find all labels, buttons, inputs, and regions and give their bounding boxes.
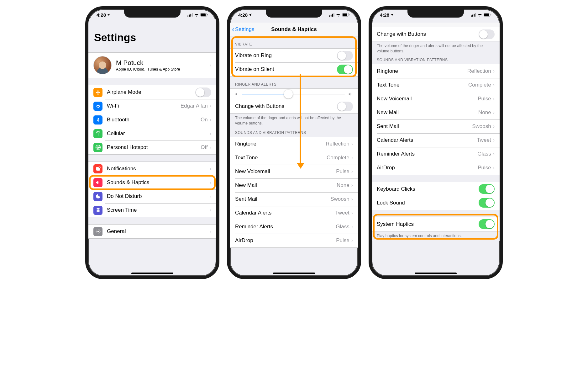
toggle[interactable] [337, 65, 353, 74]
sound-row-reminder-alerts[interactable]: Reminder AlertsGlass› [372, 147, 500, 161]
bluetooth-icon [93, 115, 102, 125]
sound-row-ringtone[interactable]: RingtoneReflection› [230, 137, 358, 151]
row-label: Text Tone [235, 155, 327, 161]
system-haptics-toggle[interactable] [479, 219, 495, 229]
home-indicator[interactable] [131, 273, 173, 274]
row-detail: Swoosh [330, 196, 349, 202]
settings-row-screen-time[interactable]: Screen Time› [88, 203, 216, 217]
section-header-ringer: RINGER AND ALERTS [230, 77, 358, 88]
row-detail: Reflection [467, 68, 491, 74]
svg-rect-1 [189, 14, 190, 16]
row-label: New Voicemail [235, 168, 336, 175]
settings-row-notifications[interactable]: Notifications› [88, 162, 216, 176]
toggle[interactable] [479, 198, 495, 208]
svg-rect-20 [471, 15, 472, 17]
svg-point-7 [97, 147, 98, 148]
row-detail: Swoosh [472, 123, 491, 130]
chevron-right-icon: › [351, 224, 353, 230]
settings-row-wi-fi[interactable]: Wi-FiEdgar Allan› [88, 99, 216, 113]
sound-row-airdrop[interactable]: AirDropPulse› [230, 234, 358, 247]
ringer-volume-slider-row [230, 89, 358, 99]
settings-row-airplane-mode[interactable]: Airplane Mode [88, 85, 216, 99]
svg-rect-14 [331, 14, 332, 16]
toggle[interactable] [479, 184, 495, 194]
row-label: General [107, 228, 210, 235]
settings-row-sounds-haptics[interactable]: Sounds & Haptics› [88, 176, 216, 189]
row-label: Cellular [107, 130, 210, 137]
system-haptics-row[interactable]: System Haptics [372, 217, 500, 231]
svg-rect-19 [349, 14, 349, 15]
chevron-right-icon: › [210, 194, 211, 199]
home-indicator[interactable] [273, 273, 315, 274]
sound-row-calendar-alerts[interactable]: Calendar AlertsTweet› [372, 133, 500, 147]
sound-row-text-tone[interactable]: Text ToneComplete› [230, 151, 358, 165]
sound-row-sent-mail[interactable]: Sent MailSwoosh› [372, 119, 500, 133]
sound-row-reminder-alerts[interactable]: Reminder AlertsGlass› [230, 220, 358, 234]
sound-row-new-voicemail[interactable]: New VoicemailPulse› [372, 92, 500, 106]
settings-row-general[interactable]: General› [88, 225, 216, 238]
ringer-footer: The volume of the ringer and alerts will… [372, 41, 500, 56]
cellular-signal-icon [329, 13, 334, 17]
sound-row-ringtone[interactable]: RingtoneReflection› [372, 64, 500, 78]
row-label: Screen Time [107, 207, 210, 213]
chevron-right-icon: › [493, 151, 495, 157]
sounds-icon [93, 178, 102, 187]
row-detail: Off [201, 144, 207, 151]
row-detail: Pulse [336, 237, 349, 244]
system-haptics-footer: Play haptics for system controls and int… [372, 231, 500, 241]
svg-rect-25 [484, 13, 489, 16]
sound-row-sent-mail[interactable]: Sent MailSwoosh› [230, 192, 358, 206]
home-indicator[interactable] [415, 273, 457, 274]
misc-row[interactable]: Keyboard Clicks [372, 182, 500, 196]
svg-rect-3 [192, 13, 193, 17]
chevron-right-icon: › [210, 145, 211, 150]
ringer-volume-slider[interactable] [242, 94, 345, 94]
sound-row-new-mail[interactable]: New MailNone› [372, 106, 500, 119]
back-button[interactable]: ‹ Settings [230, 25, 254, 34]
settings-row-bluetooth[interactable]: BluetoothOn› [88, 113, 216, 127]
row-label: Calendar Alerts [377, 137, 477, 143]
sound-row-text-tone[interactable]: Text ToneComplete› [372, 78, 500, 92]
general-icon [93, 227, 102, 236]
row-detail: Tweet [477, 137, 491, 143]
vibrate-row[interactable]: Vibrate on Silent [230, 62, 358, 76]
row-label: Wi-Fi [107, 103, 181, 109]
chevron-right-icon: › [493, 165, 495, 171]
change-with-buttons-row[interactable]: Change with Buttons [372, 27, 500, 41]
svg-point-11 [98, 167, 100, 168]
toggle[interactable] [195, 87, 211, 97]
volume-low-icon [235, 92, 239, 96]
sound-row-new-mail[interactable]: New MailNone› [230, 178, 358, 192]
vibrate-row[interactable]: Vibrate on Ring [230, 49, 358, 62]
change-with-buttons-row[interactable]: Change with Buttons [230, 99, 358, 113]
misc-row[interactable]: Lock Sound [372, 196, 500, 210]
chevron-right-icon: › [351, 169, 353, 174]
settings-row-do-not-disturb[interactable]: Do Not Disturb› [88, 189, 216, 203]
chevron-right-icon: › [210, 229, 211, 234]
row-label: Lock Sound [377, 200, 479, 206]
change-with-buttons-toggle[interactable] [337, 102, 353, 111]
row-label: Reminder Alerts [377, 151, 477, 157]
row-detail: On [201, 117, 208, 123]
change-with-buttons-label: Change with Buttons [377, 31, 479, 37]
phone-settings-root: 4:28 Settings [85, 6, 219, 279]
sound-row-airdrop[interactable]: AirDropPulse› [372, 161, 500, 175]
settings-row-personal-hotspot[interactable]: Personal HotspotOff› [88, 140, 216, 154]
change-with-buttons-toggle[interactable] [479, 29, 495, 39]
phone-sounds-haptics-top: 4:28 ‹ Settings Sounds & Haptics VIBRATE… [227, 6, 361, 279]
apple-id-row[interactable]: M Potuck Apple ID, iCloud, iTunes & App … [88, 53, 216, 78]
chevron-right-icon: › [351, 183, 353, 188]
sound-row-new-voicemail[interactable]: New VoicemailPulse› [230, 165, 358, 178]
chevron-right-icon: › [493, 137, 495, 143]
sound-row-calendar-alerts[interactable]: Calendar AlertsTweet› [230, 206, 358, 220]
row-detail: Glass [477, 151, 491, 157]
row-label: Bluetooth [107, 117, 201, 123]
volume-high-icon [348, 92, 353, 96]
svg-rect-18 [343, 13, 347, 16]
chevron-right-icon: › [351, 141, 353, 147]
toggle[interactable] [337, 51, 353, 61]
row-label: AirDrop [235, 237, 336, 244]
row-label: Airplane Mode [107, 89, 195, 95]
settings-row-cellular[interactable]: Cellular› [88, 127, 216, 140]
cellular-signal-icon [471, 13, 476, 17]
